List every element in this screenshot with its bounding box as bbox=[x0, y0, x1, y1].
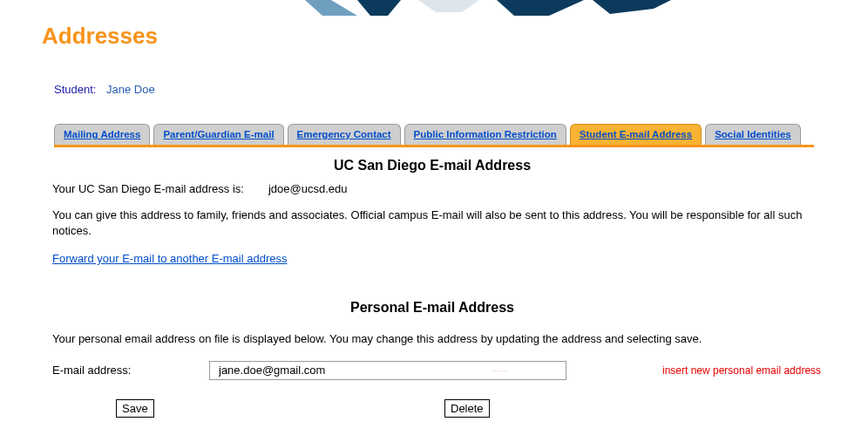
button-row: Save Delete bbox=[52, 399, 812, 420]
uc-email-value: jdoe@ucsd.edu bbox=[268, 182, 348, 195]
save-button[interactable]: Save bbox=[116, 399, 154, 418]
svg-marker-1 bbox=[357, 0, 401, 16]
email-field-label: E-mail address: bbox=[52, 364, 209, 377]
uc-email-section: UC San Diego E-mail Address Your UC San … bbox=[52, 158, 812, 420]
svg-marker-2 bbox=[418, 0, 479, 12]
personal-email-description: Your personal email address on file is d… bbox=[52, 331, 812, 347]
email-field-row: E-mail address: insert new personal emai… bbox=[52, 361, 812, 380]
student-row: Student: Jane Doe bbox=[54, 83, 868, 96]
tab-student-email-address[interactable]: Student E-mail Address bbox=[570, 124, 702, 145]
tab-link[interactable]: Student E-mail Address bbox=[580, 129, 692, 139]
forward-email-link[interactable]: Forward your E-mail to another E-mail ad… bbox=[52, 252, 288, 265]
tab-link[interactable]: Emergency Contact bbox=[297, 129, 391, 139]
student-label: Student: bbox=[54, 83, 96, 96]
tab-social-identities[interactable]: Social Identities bbox=[705, 124, 801, 145]
page-title: Addresses bbox=[42, 23, 868, 50]
tab-public-information-restriction[interactable]: Public Information Restriction bbox=[404, 124, 566, 145]
student-name: Jane Doe bbox=[106, 83, 155, 96]
uc-email-description: You can give this address to family, fri… bbox=[52, 207, 812, 238]
personal-email-input[interactable] bbox=[209, 361, 566, 380]
svg-marker-0 bbox=[305, 0, 357, 16]
tabbar: Mailing Address Parent/Guardian E-mail E… bbox=[54, 124, 814, 147]
uc-email-heading: UC San Diego E-mail Address bbox=[52, 158, 812, 173]
tab-emergency-contact[interactable]: Emergency Contact bbox=[288, 124, 401, 145]
tab-mailing-address[interactable]: Mailing Address bbox=[54, 124, 150, 145]
tab-link[interactable]: Public Information Restriction bbox=[414, 129, 557, 139]
tab-link[interactable]: Mailing Address bbox=[64, 129, 140, 139]
tab-link[interactable]: Social Identities bbox=[715, 129, 791, 139]
personal-email-heading: Personal E-mail Address bbox=[52, 300, 812, 316]
delete-button[interactable]: Delete bbox=[444, 399, 490, 418]
tab-parent-guardian-email[interactable]: Parent/Guardian E-mail bbox=[153, 124, 283, 145]
banner-decoration bbox=[305, 0, 671, 16]
annotation-text: insert new personal email address bbox=[662, 364, 821, 377]
tab-link[interactable]: Parent/Guardian E-mail bbox=[163, 129, 274, 139]
uc-email-label: Your UC San Diego E-mail address is: bbox=[52, 182, 244, 195]
svg-marker-3 bbox=[497, 0, 584, 16]
svg-marker-4 bbox=[593, 0, 671, 14]
